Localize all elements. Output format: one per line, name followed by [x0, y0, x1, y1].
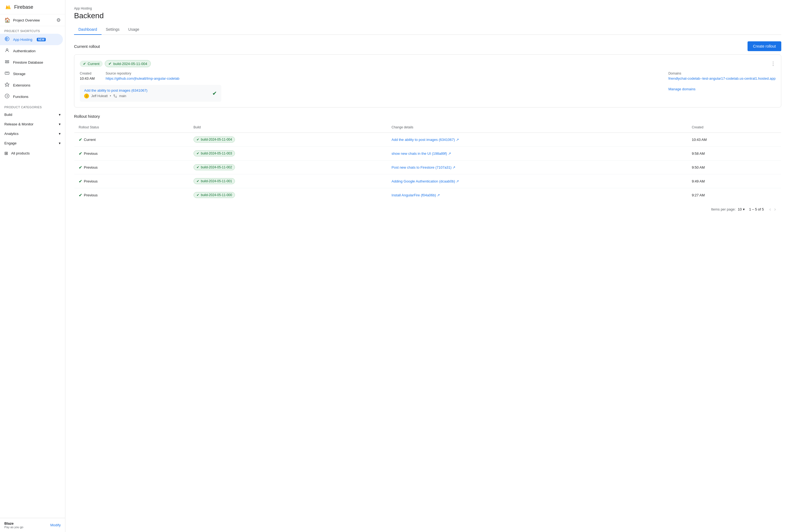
table-row: ✔Current✔build-2024-05-11-004Add the abi… [74, 133, 781, 147]
rollout-card-left: Created 10:43 AM Source repository https… [80, 72, 660, 102]
build-badge: ✔build-2024-05-11-002 [194, 164, 235, 170]
per-page-select[interactable]: 10 ▾ [738, 207, 745, 211]
sidebar-header: Firebase [0, 0, 65, 14]
project-overview-row[interactable]: 🏠 Project Overview ⚙ [0, 14, 65, 26]
table-row: ✔Previous✔build-2024-05-11-003show new c… [74, 147, 781, 160]
current-rollout-header: Current rollout Create rollout [74, 41, 781, 51]
created-cell-1: 9:58 AM [687, 147, 781, 160]
sidebar-category-release-monitor[interactable]: Release & Monitor ▾ [0, 119, 65, 129]
commit-author: Jeff Huleatt [91, 94, 108, 98]
col-created: Created [687, 122, 781, 133]
plan-sub: Pay as you go [4, 526, 23, 529]
status-cell-1: ✔Previous [74, 147, 189, 160]
change-link[interactable]: Install AngularFire (f04a06b) ↗ [391, 193, 440, 197]
page-superlabel: App Hosting [74, 6, 781, 10]
build-label: Build [4, 113, 12, 117]
rollout-badges: ✔ Current ✔ build-2024-05-11-004 [80, 60, 151, 67]
commit-card: Add the ability to post images (6341067)… [80, 85, 221, 102]
svg-point-9 [115, 97, 116, 98]
tab-usage[interactable]: Usage [124, 24, 144, 35]
project-overview-left: 🏠 Project Overview [4, 17, 40, 23]
change-cell-2: Post new chats to Firestore (7107a31) ↗ [387, 160, 687, 174]
change-cell-3: Adding Google Authentication (dcaab0b) ↗ [387, 174, 687, 188]
status-icon: ✔ [79, 151, 82, 156]
sidebar-footer: Blaze Pay as you go Modify [0, 518, 65, 532]
tab-dashboard[interactable]: Dashboard [74, 24, 102, 35]
grid-icon: ⊞ [4, 151, 8, 156]
col-rollout-status: Rollout Status [74, 122, 189, 133]
main-content: App Hosting Backend Dashboard Settings U… [65, 0, 790, 532]
sidebar-item-extensions[interactable]: Extensions [0, 79, 63, 91]
change-link[interactable]: Adding Google Authentication (dcaab0b) ↗ [391, 179, 459, 183]
status-cell-3: ✔Previous [74, 174, 189, 188]
svg-rect-4 [5, 62, 9, 63]
build-badge-check: ✔ [197, 179, 199, 183]
current-check-icon: ✔ [83, 62, 86, 66]
change-link[interactable]: Add the ability to post images (6341067)… [391, 138, 459, 142]
firebase-logo-icon [4, 3, 12, 11]
modify-button[interactable]: Modify [50, 523, 61, 527]
commit-branch: main [119, 94, 126, 98]
create-rollout-button[interactable]: Create rollout [748, 41, 781, 51]
engage-chevron-icon: ▾ [59, 141, 61, 145]
build-badge: ✔build-2024-05-11-001 [194, 178, 235, 184]
sidebar-item-app-hosting[interactable]: App Hosting NEW [0, 34, 63, 45]
commit-link[interactable]: Add the ability to post images (6341067) [84, 89, 148, 93]
rollout-history-table: Rollout Status Build Change details Crea… [74, 122, 781, 202]
svg-marker-6 [5, 83, 9, 87]
table-row: ✔Previous✔build-2024-05-11-001Adding Goo… [74, 174, 781, 188]
gear-icon[interactable]: ⚙ [56, 17, 61, 23]
app-hosting-label: App Hosting [13, 38, 32, 42]
change-link[interactable]: Post new chats to Firestore (7107a31) ↗ [391, 165, 456, 169]
per-page-chevron-icon: ▾ [743, 207, 745, 211]
commit-meta: J Jeff Huleatt • main [84, 94, 148, 98]
project-overview-label: Project Overview [13, 18, 40, 22]
app-hosting-icon [4, 36, 10, 42]
sidebar-category-analytics[interactable]: Analytics ▾ [0, 129, 65, 138]
sidebar-item-storage[interactable]: Storage [0, 68, 63, 79]
tab-settings[interactable]: Settings [102, 24, 124, 35]
per-page-value: 10 [738, 207, 741, 211]
storage-label: Storage [13, 72, 25, 76]
build-check-icon: ✔ [108, 61, 112, 66]
status-cell-0: ✔Current [74, 133, 189, 147]
build-cell-4: ✔build-2024-05-11-000 [189, 188, 387, 202]
sidebar-item-authentication[interactable]: Authentication [0, 45, 63, 57]
change-link[interactable]: show new chats in the UI (198a89f) ↗ [391, 152, 451, 156]
svg-point-1 [6, 38, 8, 40]
sidebar-category-engage[interactable]: Engage ▾ [0, 138, 65, 148]
manage-domains-link[interactable]: Manage domains [668, 87, 776, 91]
badge-current-label: Current [88, 62, 99, 66]
extensions-label: Extensions [13, 83, 31, 87]
pagination-row: Items per page: 10 ▾ 1 – 5 of 5 ‹ › [74, 202, 781, 216]
rollout-meta: Created 10:43 AM Source repository https… [80, 72, 660, 80]
functions-icon [4, 94, 10, 99]
engage-label: Engage [4, 141, 17, 145]
next-page-button[interactable]: › [773, 205, 777, 213]
created-label: Created [80, 72, 95, 75]
col-change-details: Change details [387, 122, 687, 133]
domain-link[interactable]: friendlychat-codelab--test-angular17-cod… [668, 76, 776, 80]
firestore-label: Firestore Database [13, 60, 43, 64]
commit-dot: • [110, 94, 111, 98]
commit-success-icon: ✔ [212, 90, 217, 97]
rollout-menu-icon[interactable]: ⋮ [771, 61, 776, 66]
sidebar-item-functions[interactable]: Functions [0, 91, 63, 102]
build-cell-3: ✔build-2024-05-11-001 [189, 174, 387, 188]
build-badge: ✔build-2024-05-11-004 [194, 136, 235, 142]
analytics-chevron-icon: ▾ [59, 132, 61, 136]
sidebar-item-firestore[interactable]: Firestore Database [0, 57, 63, 68]
source-repo-link[interactable]: https://github.com/jhuleatt/tmp-angular-… [106, 76, 179, 80]
svg-rect-5 [5, 72, 9, 75]
prev-page-button[interactable]: ‹ [768, 205, 772, 213]
build-badge-label: build-2024-05-11-000 [201, 193, 232, 197]
created-cell-0: 10:43 AM [687, 133, 781, 147]
build-cell-2: ✔build-2024-05-11-002 [189, 160, 387, 174]
status-icon: ✔ [79, 165, 82, 170]
sidebar-category-build[interactable]: Build ▾ [0, 110, 65, 119]
authentication-icon [4, 48, 10, 54]
build-chevron-icon: ▾ [59, 113, 61, 117]
sidebar-item-all-products[interactable]: ⊞ All products [0, 148, 65, 158]
status-text: Previous [84, 152, 98, 156]
badge-build-label: build-2024-05-11-004 [113, 62, 147, 66]
